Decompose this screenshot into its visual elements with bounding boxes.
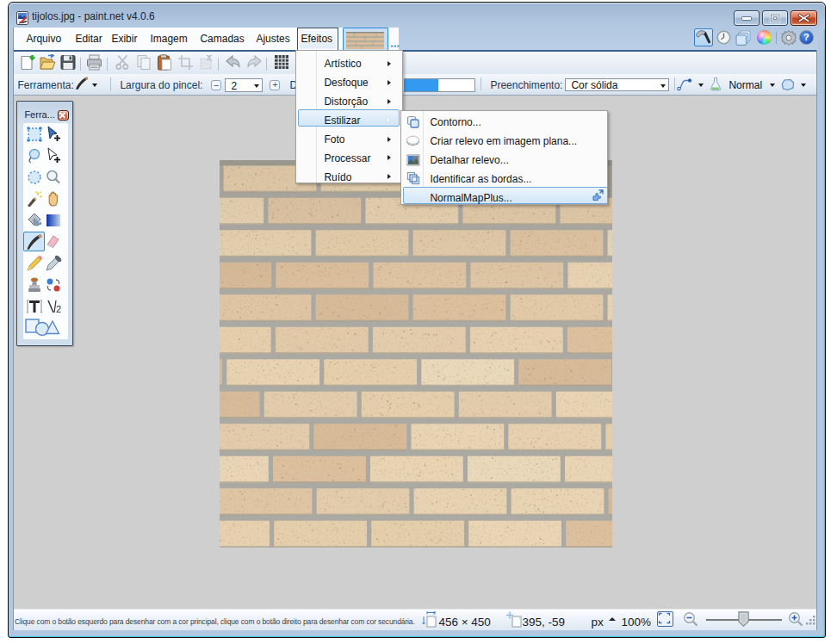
svg-text:2: 2: [56, 304, 61, 314]
